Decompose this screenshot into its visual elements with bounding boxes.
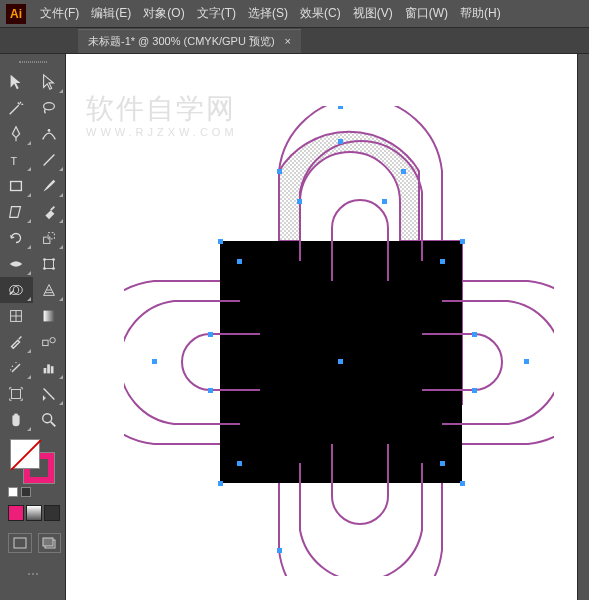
- shape-builder-tool-icon[interactable]: [0, 277, 33, 303]
- svg-rect-47: [401, 169, 406, 174]
- type-tool-icon[interactable]: T: [0, 147, 33, 173]
- svg-rect-46: [277, 169, 282, 174]
- svg-rect-60: [237, 461, 242, 466]
- close-icon[interactable]: ×: [285, 35, 291, 47]
- svg-rect-26: [43, 538, 53, 546]
- svg-rect-64: [382, 199, 387, 204]
- curvature-tool-icon[interactable]: [33, 121, 66, 147]
- scale-tool-icon[interactable]: [33, 225, 66, 251]
- color-none-icon[interactable]: [44, 505, 60, 521]
- svg-rect-63: [297, 199, 302, 204]
- blend-tool-icon[interactable]: [33, 329, 66, 355]
- menu-file[interactable]: 文件(F): [40, 5, 79, 22]
- menu-select[interactable]: 选择(S): [248, 5, 288, 22]
- brush-tool-icon[interactable]: [33, 173, 66, 199]
- hand-tool-icon[interactable]: [0, 407, 33, 433]
- svg-rect-59: [440, 259, 445, 264]
- svg-rect-21: [12, 390, 21, 399]
- svg-rect-5: [43, 237, 49, 243]
- perspective-tool-icon[interactable]: [33, 277, 66, 303]
- svg-point-22: [42, 414, 51, 423]
- svg-rect-56: [277, 548, 282, 553]
- svg-rect-57: [338, 359, 343, 364]
- color-gradient-icon[interactable]: [26, 505, 42, 521]
- color-solid-icon[interactable]: [8, 505, 24, 521]
- svg-text:T: T: [11, 155, 18, 167]
- svg-rect-50: [218, 481, 223, 486]
- top-menu-bar: Ai 文件(F) 编辑(E) 对象(O) 文字(T) 选择(S) 效果(C) 视…: [0, 0, 589, 28]
- svg-rect-45: [338, 106, 343, 109]
- menu-edit[interactable]: 编辑(E): [91, 5, 131, 22]
- svg-rect-18: [43, 368, 46, 373]
- svg-point-1: [47, 129, 50, 132]
- menu-type[interactable]: 文字(T): [197, 5, 236, 22]
- slice-tool-icon[interactable]: [33, 381, 66, 407]
- svg-rect-7: [44, 260, 53, 269]
- more-tools-icon[interactable]: ⋯: [4, 567, 61, 581]
- tools-panel: T: [0, 54, 66, 600]
- free-transform-tool-icon[interactable]: [33, 251, 66, 277]
- svg-rect-16: [42, 340, 47, 345]
- document-tab[interactable]: 未标题-1* @ 300% (CMYK/GPU 预览) ×: [78, 29, 301, 53]
- svg-rect-6: [48, 233, 54, 239]
- menu-object[interactable]: 对象(O): [143, 5, 184, 22]
- menu-effect[interactable]: 效果(C): [300, 5, 341, 22]
- main-menu: 文件(F) 编辑(E) 对象(O) 文字(T) 选择(S) 效果(C) 视图(V…: [40, 5, 501, 22]
- svg-rect-68: [472, 388, 477, 393]
- pen-tool-icon[interactable]: [0, 121, 33, 147]
- svg-line-3: [43, 155, 54, 166]
- svg-rect-19: [47, 364, 50, 373]
- fill-swatch[interactable]: [10, 439, 40, 469]
- lasso-tool-icon[interactable]: [33, 95, 66, 121]
- svg-point-0: [43, 103, 54, 110]
- menu-window[interactable]: 窗口(W): [405, 5, 448, 22]
- svg-rect-58: [237, 259, 242, 264]
- artwork[interactable]: [124, 106, 554, 576]
- svg-rect-53: [524, 359, 529, 364]
- svg-rect-62: [338, 139, 343, 144]
- svg-rect-61: [440, 461, 445, 466]
- svg-rect-24: [14, 538, 26, 548]
- rotate-tool-icon[interactable]: [0, 225, 33, 251]
- selection-tool-icon[interactable]: [0, 69, 33, 95]
- eyedropper-tool-icon[interactable]: [0, 329, 33, 355]
- swap-fill-stroke-icon[interactable]: [21, 487, 31, 497]
- drawing-mode-row: [8, 533, 61, 553]
- default-fill-stroke-icon[interactable]: [8, 487, 18, 497]
- shaper-tool-icon[interactable]: [0, 199, 33, 225]
- svg-rect-4: [11, 182, 22, 191]
- menu-view[interactable]: 视图(V): [353, 5, 393, 22]
- width-tool-icon[interactable]: [0, 251, 33, 277]
- zoom-tool-icon[interactable]: [33, 407, 66, 433]
- artboard-tool-icon[interactable]: [0, 381, 33, 407]
- menu-help[interactable]: 帮助(H): [460, 5, 501, 22]
- right-panel-strip: [577, 54, 589, 600]
- svg-rect-65: [208, 332, 213, 337]
- app-logo: Ai: [6, 4, 26, 24]
- canvas-area[interactable]: 软件自学网 WWW.RJZXW.COM: [66, 54, 577, 600]
- magic-wand-tool-icon[interactable]: [0, 95, 33, 121]
- svg-rect-48: [218, 239, 223, 244]
- graph-tool-icon[interactable]: [33, 355, 66, 381]
- direct-selection-tool-icon[interactable]: [33, 69, 66, 95]
- gradient-tool-icon[interactable]: [33, 303, 66, 329]
- svg-rect-20: [51, 366, 54, 373]
- color-mode-row: [8, 505, 61, 521]
- svg-point-11: [52, 267, 55, 270]
- document-tab-label: 未标题-1* @ 300% (CMYK/GPU 预览): [88, 34, 275, 49]
- panel-grip[interactable]: [0, 58, 65, 65]
- fill-stroke-swatch[interactable]: ⋯: [0, 433, 65, 591]
- draw-normal-icon[interactable]: [8, 533, 32, 553]
- rectangle-tool-icon[interactable]: [0, 173, 33, 199]
- symbol-sprayer-tool-icon[interactable]: [0, 355, 33, 381]
- svg-rect-67: [472, 332, 477, 337]
- svg-rect-15: [43, 311, 54, 322]
- draw-behind-icon[interactable]: [38, 533, 62, 553]
- eraser-tool-icon[interactable]: [33, 199, 66, 225]
- document-tab-bar: 未标题-1* @ 300% (CMYK/GPU 预览) ×: [0, 28, 589, 54]
- svg-rect-51: [460, 481, 465, 486]
- svg-line-23: [51, 422, 56, 427]
- svg-point-8: [43, 258, 46, 261]
- line-tool-icon[interactable]: [33, 147, 66, 173]
- mesh-tool-icon[interactable]: [0, 303, 33, 329]
